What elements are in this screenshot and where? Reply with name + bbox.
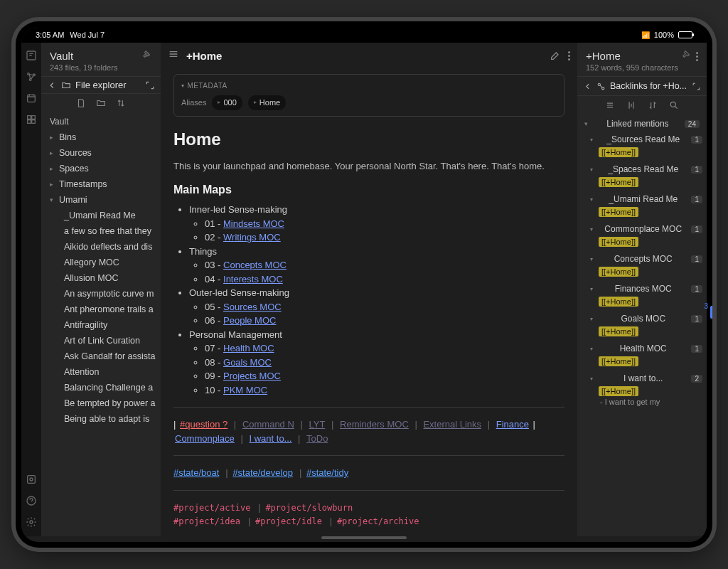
tag-state[interactable]: #state/develop — [232, 467, 293, 478]
template-icon[interactable] — [26, 114, 37, 125]
file-item[interactable]: Balancing Challenge a — [44, 380, 158, 395]
note-title[interactable]: +Home — [186, 50, 542, 62]
svg-point-15 — [670, 102, 675, 107]
file-item[interactable]: Allegory MOC — [44, 255, 158, 270]
mention-item[interactable]: _Sources Read Me1[[+Home]] — [582, 132, 702, 161]
link-concepts[interactable]: Concepts MOC — [223, 260, 287, 270]
tag-project[interactable]: #project/idle — [255, 516, 322, 526]
new-folder-icon[interactable] — [96, 98, 106, 108]
quick-link[interactable]: Finance — [496, 419, 529, 430]
tag-project[interactable]: #project/idea — [173, 516, 240, 526]
hamburger-icon[interactable] — [168, 48, 179, 63]
sort-icon[interactable] — [116, 98, 126, 108]
pin-icon[interactable] — [142, 50, 152, 63]
daily-note-icon[interactable] — [26, 92, 37, 104]
folder-bins[interactable]: Bins — [44, 129, 158, 145]
svg-rect-6 — [32, 116, 36, 119]
word-count: 152 words, 959 characters — [586, 63, 678, 72]
alias-pill[interactable]: 000 — [212, 95, 242, 110]
map-group: Outer-led Sense-making — [189, 287, 289, 298]
more-icon[interactable] — [696, 52, 698, 61]
edge-tab-indicator[interactable] — [710, 306, 712, 319]
folder-sources[interactable]: Sources — [44, 145, 158, 161]
tag-state[interactable]: #state/tidy — [306, 467, 348, 478]
file-item[interactable]: Ask Gandalf for assista — [44, 349, 158, 364]
link-sources[interactable]: Sources MOC — [223, 302, 282, 312]
more-icon[interactable] — [568, 51, 570, 60]
mention-item[interactable]: _Umami Read Me1[[+Home]] — [582, 191, 702, 221]
linked-mentions: Linked mentions 24 _Sources Read Me1[[+H… — [577, 115, 707, 536]
tag-project[interactable]: #project/archive — [337, 516, 419, 526]
metadata-block[interactable]: METADATA Aliases 000 Home — [173, 74, 564, 117]
search-icon[interactable] — [669, 100, 679, 110]
link-goals[interactable]: Goals MOC — [223, 357, 272, 368]
metadata-label: METADATA — [181, 80, 557, 91]
metadata-key: Aliases — [181, 97, 206, 109]
alias-pill[interactable]: Home — [248, 95, 286, 110]
link-writings[interactable]: Writings MOC — [223, 232, 281, 243]
tag-state[interactable]: #state/boat — [173, 467, 219, 478]
file-item[interactable]: Ant pheromone trails a — [44, 302, 158, 317]
vault-icon[interactable] — [26, 474, 37, 485]
file-item[interactable]: Antifragility — [44, 317, 158, 333]
tag-project[interactable]: #project/slowburn — [265, 503, 353, 513]
context-icon[interactable] — [626, 100, 636, 110]
mention-item[interactable]: Commonplace MOC1[[+Home]] — [582, 221, 702, 251]
quick-link[interactable]: LYT — [309, 419, 325, 430]
home-indicator[interactable] — [321, 536, 407, 539]
link-people[interactable]: People MOC — [223, 315, 276, 326]
graph-icon[interactable] — [26, 71, 37, 83]
file-item[interactable]: _Umami Read Me — [44, 208, 158, 223]
quick-switcher-icon[interactable] — [26, 50, 37, 61]
edit-icon[interactable] — [550, 50, 561, 61]
folder-spaces[interactable]: Spaces — [44, 161, 158, 176]
file-item[interactable]: Aikido deflects and dis — [44, 239, 158, 255]
expand-icon[interactable] — [692, 82, 701, 91]
mention-item[interactable]: _Spaces Read Me1[[+Home]] — [582, 161, 702, 191]
quick-link[interactable]: External Links — [423, 419, 481, 430]
mention-item[interactable]: Finances MOC1[[+Home]] — [582, 281, 702, 311]
mention-item[interactable]: Health MOC1[[+Home]] — [582, 341, 702, 371]
state-tags: #state/boat| #state/develop| #state/tidy — [173, 466, 564, 480]
file-item[interactable]: Attention — [44, 364, 158, 380]
collapse-icon[interactable] — [605, 100, 615, 110]
map-group: Personal Management — [189, 329, 282, 340]
quick-link[interactable]: Commonplace — [175, 433, 235, 444]
mention-item[interactable]: I want to...2[[+Home]]- I want to get my — [582, 371, 702, 410]
file-item[interactable]: Art of Link Curation — [44, 333, 158, 349]
expand-icon[interactable] — [145, 80, 155, 90]
link-interests[interactable]: Interests MOC — [223, 274, 283, 284]
mention-item[interactable]: Goals MOC1[[+Home]] — [582, 311, 702, 341]
link-mindsets[interactable]: Mindsets MOC — [223, 218, 284, 229]
link-question-tag[interactable]: #question ? — [180, 419, 228, 430]
back-icon[interactable] — [583, 82, 592, 91]
quick-link[interactable]: Command N — [242, 419, 294, 430]
pin-icon[interactable] — [682, 50, 692, 63]
quick-link[interactable]: Reminders MOC — [340, 419, 409, 430]
help-icon[interactable] — [26, 495, 37, 506]
linked-mentions-label[interactable]: Linked mentions — [606, 119, 668, 129]
file-item[interactable]: Be tempted by power a — [44, 395, 158, 411]
tag-project[interactable]: #project/active — [173, 503, 250, 513]
section-main-maps: Main Maps — [173, 181, 564, 198]
tree-root[interactable]: Vault — [44, 114, 158, 129]
quick-link[interactable]: ToDo — [306, 433, 328, 444]
settings-icon[interactable] — [26, 516, 37, 528]
quick-link[interactable]: I want to... — [249, 433, 291, 444]
file-item[interactable]: Allusion MOC — [44, 270, 158, 286]
new-note-icon[interactable] — [76, 98, 86, 108]
file-item[interactable]: Being able to adapt is — [44, 411, 158, 427]
mention-item[interactable]: Concepts MOC1[[+Home]] — [582, 251, 702, 281]
file-item[interactable]: a few so free that they — [44, 223, 158, 239]
link-pkm[interactable]: PKM MOC — [223, 385, 267, 395]
sort-icon[interactable] — [648, 100, 658, 110]
link-projects[interactable]: Projects MOC — [223, 371, 281, 381]
folder-umami[interactable]: Umami — [44, 192, 158, 208]
back-icon[interactable] — [47, 80, 57, 90]
intro-text: This is your launchpad and homebase. You… — [173, 159, 564, 174]
folder-timestamps[interactable]: Timestamps — [44, 176, 158, 192]
note-content[interactable]: METADATA Aliases 000 Home Home This is y… — [161, 68, 577, 536]
editor-pane: +Home METADATA Aliases 000 Home Home T — [161, 43, 577, 536]
file-item[interactable]: An asymptotic curve m — [44, 286, 158, 302]
link-health[interactable]: Health MOC — [223, 343, 274, 353]
